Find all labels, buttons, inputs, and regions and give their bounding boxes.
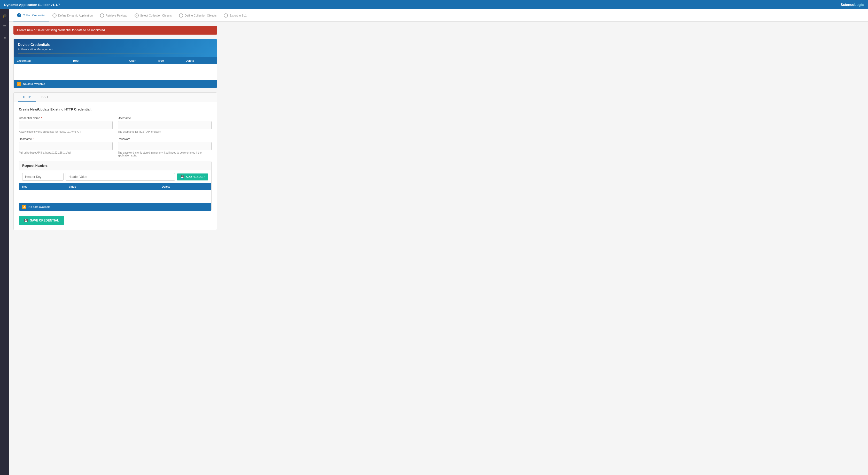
step-export-to-sl1-label: Export to SL1 bbox=[229, 14, 247, 17]
step-define-collection-objects[interactable]: Define Collection Objects bbox=[176, 9, 220, 22]
password-group: Password The password is only stored in … bbox=[118, 137, 212, 157]
credentials-header: Device Credentials Authentication Manage… bbox=[14, 39, 217, 57]
tab-http[interactable]: HTTP bbox=[18, 93, 36, 102]
form-row-2: Hostname * Full url to base API i.e. htt… bbox=[19, 137, 212, 157]
graduation-cap-icon[interactable]: 🎓 bbox=[1, 12, 8, 19]
main-content: ✓ Collect Credential Define Dynamic Appl… bbox=[9, 9, 868, 475]
credentials-card: Device Credentials Authentication Manage… bbox=[13, 39, 217, 88]
header-key-input[interactable] bbox=[22, 173, 64, 181]
col-host: Host bbox=[73, 59, 129, 62]
step-select-collection-objects-icon: ✓ bbox=[134, 13, 139, 18]
save-credential-button[interactable]: 💾 SAVE CREDENTIAL bbox=[19, 216, 64, 225]
step-export-to-sl1-icon bbox=[224, 13, 228, 18]
save-credential-icon: 💾 bbox=[24, 219, 28, 222]
col-type: Type bbox=[157, 59, 185, 62]
credential-name-input[interactable] bbox=[19, 121, 113, 129]
headers-col-delete: Delete bbox=[162, 185, 208, 188]
app-logo: ScienceLogic bbox=[841, 3, 864, 7]
top-bar: Dynamic Application Builder v1.1.7 Scien… bbox=[0, 0, 868, 9]
list-icon[interactable]: ☰ bbox=[1, 23, 8, 30]
form-tabs: HTTP SSH bbox=[14, 93, 217, 102]
step-define-dynamic-application-label: Define Dynamic Application bbox=[58, 14, 93, 17]
step-retrieve-payload-icon bbox=[100, 13, 104, 18]
credential-name-group: Credential Name * A way to identify this… bbox=[19, 116, 113, 133]
credentials-header-line bbox=[18, 53, 213, 54]
step-retrieve-payload-label: Retrieve Payload bbox=[106, 14, 127, 17]
credentials-table-body bbox=[14, 64, 217, 80]
headers-table-header: Key Value Delete bbox=[19, 183, 211, 190]
step-select-collection-objects[interactable]: ✓ Select Collection Objects bbox=[131, 9, 176, 22]
headers-input-row: 💾 ADD HEADER bbox=[19, 170, 211, 183]
credential-name-hint: A way to identify this credential for re… bbox=[19, 130, 113, 133]
alert-message: Create new or select existing credential… bbox=[17, 28, 106, 32]
credentials-empty-message: No data available bbox=[23, 82, 45, 86]
password-label: Password bbox=[118, 137, 212, 140]
hostname-input[interactable] bbox=[19, 142, 113, 150]
credentials-table-header: Credential Host User Type Delete bbox=[14, 57, 217, 64]
form-body: Create New/Update Existing HTTP Credenti… bbox=[14, 102, 217, 230]
step-select-collection-objects-label: Select Collection Objects bbox=[140, 14, 172, 17]
steps-navigation: ✓ Collect Credential Define Dynamic Appl… bbox=[9, 9, 868, 22]
step-collect-credential-label: Collect Credential bbox=[23, 14, 45, 17]
headers-col-key: Key bbox=[22, 185, 69, 188]
add-header-button[interactable]: 💾 ADD HEADER bbox=[177, 173, 208, 180]
credentials-empty-state: ⚠ No data available bbox=[14, 80, 217, 88]
username-input[interactable] bbox=[118, 121, 212, 129]
credentials-title: Device Credentials bbox=[18, 43, 213, 47]
form-section-title: Create New/Update Existing HTTP Credenti… bbox=[19, 107, 212, 111]
col-delete: Delete bbox=[185, 59, 214, 62]
hostname-hint: Full url to base API i.e. https://192.16… bbox=[19, 151, 113, 154]
alert-banner: Create new or select existing credential… bbox=[13, 26, 217, 35]
menu-icon[interactable]: ≡ bbox=[1, 35, 8, 42]
username-hint: The username for REST API endpoint bbox=[118, 130, 212, 133]
save-icon: 💾 bbox=[181, 175, 184, 179]
password-input[interactable] bbox=[118, 142, 212, 150]
username-group: Username The username for REST API endpo… bbox=[118, 116, 212, 133]
request-headers-title: Request Headers bbox=[19, 161, 211, 170]
step-define-collection-objects-label: Define Collection Objects bbox=[185, 14, 217, 17]
step-define-dynamic-application[interactable]: Define Dynamic Application bbox=[49, 9, 96, 22]
step-collect-credential[interactable]: ✓ Collect Credential bbox=[13, 9, 49, 22]
step-export-to-sl1[interactable]: Export to SL1 bbox=[220, 9, 250, 22]
hostname-label: Hostname * bbox=[19, 137, 113, 140]
col-user: User bbox=[129, 59, 157, 62]
step-define-collection-objects-icon bbox=[179, 13, 183, 18]
col-credential: Credential bbox=[17, 59, 73, 62]
headers-empty-state: ⚠ No data available bbox=[19, 203, 211, 211]
headers-empty-message: No data available bbox=[28, 205, 51, 208]
headers-table-body bbox=[19, 190, 211, 203]
headers-col-value: Value bbox=[69, 185, 162, 188]
step-retrieve-payload[interactable]: Retrieve Payload bbox=[96, 9, 131, 22]
credential-name-label: Credential Name * bbox=[19, 116, 113, 120]
form-row-1: Credential Name * A way to identify this… bbox=[19, 116, 212, 133]
step-define-dynamic-application-icon bbox=[53, 13, 57, 18]
sidebar: 🎓 ☰ ≡ bbox=[0, 9, 9, 475]
password-hint: The password is only stored in memory. I… bbox=[118, 151, 212, 157]
app-title: Dynamic Application Builder v1.1.7 bbox=[4, 3, 60, 7]
headers-warning-icon: ⚠ bbox=[22, 205, 26, 209]
warning-icon: ⚠ bbox=[17, 82, 21, 86]
credentials-subtitle: Authentication Management bbox=[18, 48, 213, 51]
step-collect-credential-icon: ✓ bbox=[17, 13, 21, 17]
form-card: HTTP SSH Create New/Update Existing HTTP… bbox=[13, 93, 217, 230]
request-headers-section: Request Headers 💾 ADD HEADER Key Value bbox=[19, 161, 212, 211]
hostname-group: Hostname * Full url to base API i.e. htt… bbox=[19, 137, 113, 157]
header-value-input[interactable] bbox=[66, 173, 175, 181]
username-label: Username bbox=[118, 116, 212, 120]
tab-ssh[interactable]: SSH bbox=[36, 93, 53, 102]
